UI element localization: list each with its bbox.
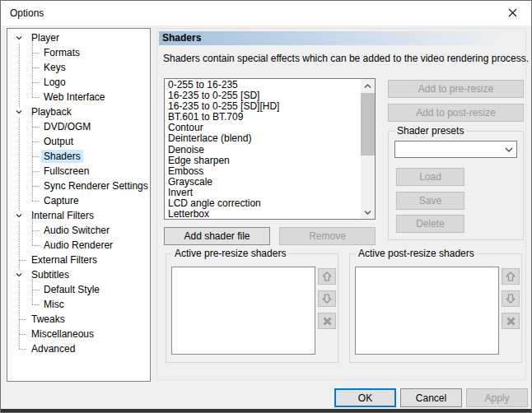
expand-chevron[interactable] — [14, 33, 24, 43]
tree-item-player[interactable]: Player — [7, 30, 150, 45]
arrow-down-icon — [321, 293, 333, 304]
chevron-down-icon — [15, 108, 23, 116]
tree-line — [32, 230, 40, 231]
tree-item-label: Audio Renderer — [41, 239, 115, 252]
active-post-resize-group: Active post-resize shaders — [349, 253, 522, 363]
tree-item-advanced[interactable]: Advanced — [7, 341, 150, 356]
add-to-pre-resize-button[interactable]: Add to pre-resize — [388, 80, 524, 98]
tree-item-subtitles[interactable]: Subtitles — [7, 267, 150, 282]
x-icon — [506, 316, 516, 327]
tree-item-playback[interactable]: Playback — [7, 104, 150, 119]
save-button[interactable]: Save — [396, 192, 464, 210]
tree-item-label: External Filters — [29, 253, 100, 267]
active-pre-resize-list[interactable] — [171, 267, 315, 355]
arrow-down-icon — [505, 293, 516, 304]
tree-item-tweaks[interactable]: Tweaks — [7, 312, 150, 327]
shader-preset-combobox[interactable] — [394, 141, 517, 158]
tree-item-label: DVD/OGM — [41, 120, 93, 133]
tree-line — [32, 290, 40, 290]
ok-button[interactable]: OK — [334, 388, 396, 407]
scroll-thumb[interactable] — [361, 93, 375, 155]
tree-item-label: Misc — [41, 298, 67, 311]
tree-line — [19, 349, 26, 350]
active-post-resize-list[interactable] — [355, 267, 499, 355]
tree-item-misc[interactable]: Misc — [7, 297, 150, 312]
title-bar: Options — [1, 1, 531, 26]
tree-item-audio-renderer[interactable]: Audio Renderer — [7, 238, 150, 253]
shader-item[interactable]: Denoise — [166, 145, 361, 155]
cancel-button[interactable]: Cancel — [400, 388, 462, 407]
tree-item-keys[interactable]: Keys — [7, 60, 150, 75]
delete-button[interactable]: Delete — [396, 215, 464, 233]
pre-move-up-button[interactable] — [318, 268, 336, 285]
tree-line — [32, 304, 40, 305]
active-pre-resize-group: Active pre-resize shaders — [166, 253, 338, 363]
tree-line — [32, 156, 40, 157]
chevron-down-icon — [15, 211, 23, 220]
shader-item[interactable]: Letterbox — [166, 209, 361, 218]
tree-line — [32, 97, 40, 98]
tree-item-label: Keys — [41, 61, 68, 74]
tree-line — [32, 67, 40, 68]
tree-item-label: Sync Renderer Settings — [41, 179, 151, 193]
post-move-down-button[interactable] — [502, 290, 520, 307]
tree-line — [32, 245, 40, 246]
expand-chevron[interactable] — [14, 107, 24, 117]
tree-item-formats[interactable]: Formats — [7, 45, 150, 60]
tree-item-web-interface[interactable]: Web Interface — [7, 90, 150, 104]
tree-line — [32, 53, 40, 53]
tree-item-label: Formats — [41, 46, 82, 59]
apply-button[interactable]: Apply — [466, 388, 528, 407]
shader-item[interactable]: Deinterlace (blend) — [166, 133, 361, 144]
tree-item-shaders[interactable]: Shaders — [7, 149, 150, 164]
tree-line — [32, 82, 40, 83]
post-remove-button[interactable] — [502, 313, 520, 329]
tree-item-audio-switcher[interactable]: Audio Switcher — [7, 223, 150, 238]
tree-item-external-filters[interactable]: External Filters — [7, 253, 150, 267]
tree-item-internal-filters[interactable]: Internal Filters — [7, 208, 150, 223]
tree-line — [19, 260, 26, 261]
shader-list-items: 0-255 to 16-23516-235 to 0-255 [SD]16-23… — [166, 80, 361, 218]
close-button[interactable] — [494, 1, 531, 25]
combo-chevron-down-icon — [502, 147, 516, 152]
remove-button[interactable]: Remove — [279, 227, 376, 245]
tree-item-label: Logo — [41, 76, 68, 89]
shader-presets-label: Shader presets — [394, 125, 466, 137]
chevron-down-icon — [364, 210, 371, 215]
add-shader-file-button[interactable]: Add shader file — [164, 227, 270, 245]
tree-item-logo[interactable]: Logo — [7, 75, 150, 90]
pre-remove-button[interactable] — [318, 313, 336, 329]
window-title: Options — [10, 7, 44, 19]
tree-item-label: Shaders — [41, 150, 83, 163]
page-title: Shaders — [159, 31, 525, 45]
arrow-up-icon — [505, 271, 516, 282]
expand-chevron[interactable] — [14, 270, 24, 280]
tree-item-miscellaneous[interactable]: Miscellaneous — [7, 327, 150, 341]
tree-item-sync-renderer-settings[interactable]: Sync Renderer Settings — [7, 179, 150, 193]
tree-line — [19, 319, 26, 320]
tree-item-label: Player — [29, 31, 62, 44]
tree-item-capture[interactable]: Capture — [7, 193, 150, 208]
shader-item[interactable]: Edge sharpen — [166, 155, 361, 166]
tree-item-default-style[interactable]: Default Style — [7, 282, 150, 297]
shader-item[interactable]: Grayscale — [166, 177, 361, 188]
expand-chevron[interactable] — [14, 211, 24, 220]
tree-item-label: Advanced — [29, 342, 77, 355]
tree-item-output[interactable]: Output — [7, 134, 150, 149]
add-to-post-resize-button[interactable]: Add to post-resize — [388, 104, 524, 122]
tree-item-label: Audio Switcher — [41, 224, 112, 237]
post-move-up-button[interactable] — [502, 268, 520, 285]
tree-item-dvd-ogm[interactable]: DVD/OGM — [7, 119, 150, 134]
load-button[interactable]: Load — [396, 168, 464, 186]
scroll-up-button[interactable] — [361, 79, 375, 93]
arrow-up-icon — [321, 271, 333, 282]
tree-item-fullscreen[interactable]: Fullscreen — [7, 164, 150, 179]
x-icon — [322, 316, 333, 327]
chevron-up-icon — [364, 84, 371, 89]
tree-item-label: Internal Filters — [29, 209, 96, 222]
pre-move-down-button[interactable] — [318, 290, 336, 307]
scroll-down-button[interactable] — [361, 205, 375, 219]
shader-list-scrollbar[interactable] — [361, 79, 375, 219]
tree-line — [32, 186, 40, 187]
shader-item[interactable]: Emboss — [166, 166, 361, 177]
